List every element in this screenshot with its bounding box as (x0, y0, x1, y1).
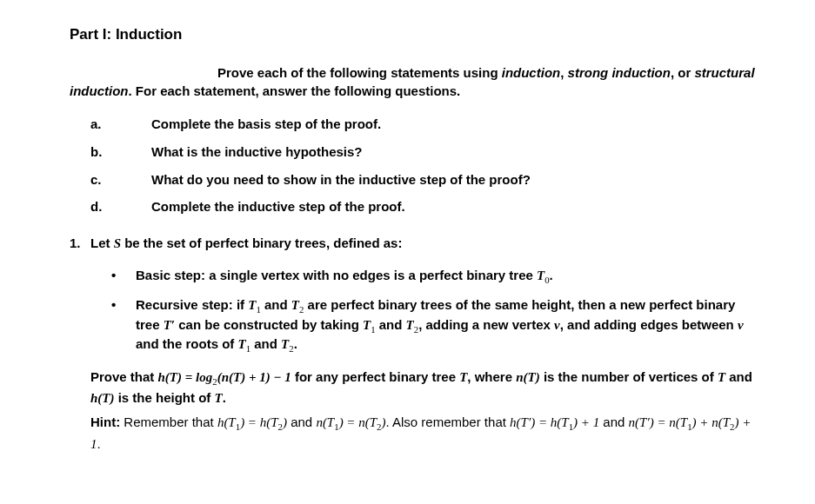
q1-number: 1. (70, 234, 90, 254)
subquestion-list: a. Complete the basis step of the proof.… (90, 115, 763, 216)
sub-text-d: Complete the inductive step of the proof… (151, 197, 763, 216)
hint-e1: h(T1) = h(T2) (217, 415, 287, 429)
b2-v2: v (738, 318, 744, 332)
b2-T2: T2 (291, 298, 304, 312)
bullet-icon: • (111, 295, 136, 355)
b2-T2b: T2 (406, 318, 419, 332)
b2-i: and (251, 336, 281, 351)
sub-label-a: a. (90, 115, 151, 134)
q1-intro: 1. Let S be the set of perfect binary tr… (70, 234, 763, 254)
b2-h: and the roots of (136, 336, 238, 351)
q1-bullet-recursive: • Recursive step: if T1 and T2 are perfe… (111, 295, 763, 355)
intro-em-induction: induction (502, 65, 561, 80)
intro-paragraph: Prove each of the following statements u… (70, 63, 763, 102)
b2-Tp: T′ (164, 318, 175, 332)
b2-T1c: T1 (238, 337, 251, 351)
prove-T2: T (718, 370, 725, 384)
q1-bullet-recursive-text: Recursive step: if T1 and T2 are perfect… (136, 295, 763, 355)
sub-text-a: Complete the basis step of the proof. (151, 115, 763, 134)
b2-T2c: T2 (281, 337, 294, 351)
sub-label-c: c. (90, 170, 151, 189)
sub-label-d: d. (90, 197, 151, 216)
sub-text-c: What do you need to show in the inductiv… (151, 170, 763, 189)
b2-j: . (294, 336, 297, 351)
hint-e3: h(T′) = h(T1) + 1 (510, 415, 599, 429)
b2-T1: T1 (248, 298, 261, 312)
b1-a: Basic step: a single vertex with no edge… (136, 268, 537, 282)
prove-eq: h(T) = log2(n(T) + 1) − 1 (158, 370, 291, 384)
b2-T1b: T1 (363, 318, 376, 332)
b2-f: , adding a new vertex (418, 317, 554, 332)
q1-hint: Hint: Remember that h(T1) = h(T2) and n(… (90, 412, 763, 454)
b2-g: , and adding edges between (560, 317, 738, 332)
section-title: Part I: Induction (70, 24, 763, 46)
prove-f: is the height of (115, 390, 215, 405)
q1-bullet-basic: • Basic step: a single vertex with no ed… (111, 266, 763, 286)
q1-prove: Prove that h(T) = log2(n(T) + 1) − 1 for… (90, 367, 763, 409)
prove-e: and (725, 369, 752, 384)
q1-intro-text: Let S be the set of perfect binary trees… (90, 234, 763, 254)
bullet-icon: • (111, 266, 136, 286)
q1-bullet-basic-text: Basic step: a single vertex with no edge… (136, 266, 763, 286)
subquestion-b: b. What is the inductive hypothesis? (90, 143, 763, 162)
sub-text-b: What is the inductive hypothesis? (151, 143, 763, 162)
hint-b: and (287, 414, 316, 429)
prove-T3: T (215, 391, 223, 405)
prove-T: T (459, 370, 467, 384)
prove-b: for any perfect binary tree (291, 369, 459, 384)
intro-sep1: , (560, 65, 567, 80)
q1-intro-a: Let (90, 235, 114, 250)
intro-tail: . For each statement, answer the followi… (129, 83, 461, 98)
b2-e: and (376, 317, 406, 332)
b2-b: and (261, 297, 291, 312)
prove-g: . (223, 390, 226, 405)
subquestion-c: c. What do you need to show in the induc… (90, 170, 763, 189)
question-1: 1. Let S be the set of perfect binary tr… (70, 234, 763, 454)
b2-v: v (554, 318, 560, 332)
page: Part I: Induction Prove each of the foll… (0, 0, 815, 504)
b1-b: . (550, 268, 553, 282)
hint-a: Remember that (120, 414, 217, 429)
prove-a: Prove that (90, 369, 158, 384)
subquestion-a: a. Complete the basis step of the proof. (90, 115, 763, 134)
prove-hT: h(T) (90, 391, 115, 405)
prove-c: , where (467, 369, 516, 384)
subquestion-d: d. Complete the inductive step of the pr… (90, 197, 763, 216)
b2-a: Recursive step: if (136, 297, 248, 312)
intro-em-strong: strong induction (568, 65, 671, 80)
prove-nT: n(T) (516, 370, 540, 384)
hint-d: and (599, 414, 628, 429)
sub-label-b: b. (90, 143, 151, 162)
hint-e2: n(T1) = n(T2) (316, 415, 385, 429)
q1-bullet-list: • Basic step: a single vertex with no ed… (111, 266, 763, 355)
prove-d: is the number of vertices of (540, 369, 718, 384)
q1-S: S (114, 236, 121, 250)
hint-e: . (97, 436, 101, 451)
intro-lead: Prove each of the following statements u… (217, 65, 502, 80)
q1-intro-b: be the set of perfect binary trees, defi… (121, 235, 402, 250)
b2-d: can be constructed by taking (175, 317, 363, 332)
hint-c: . Also remember that (386, 414, 511, 429)
b1-T0: T0 (537, 269, 550, 282)
hint-label: Hint: (90, 414, 120, 429)
intro-sep2: , or (671, 65, 695, 80)
